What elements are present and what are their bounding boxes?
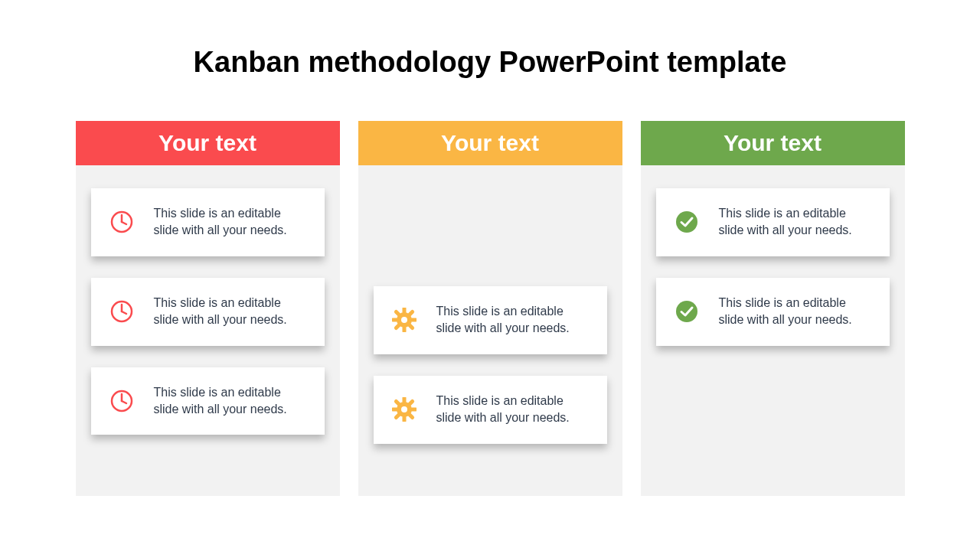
svg-line-5 [122,311,126,314]
card-text: This slide is an editable slide with all… [154,205,309,240]
clock-icon [106,210,137,234]
column-spacer [374,188,607,265]
svg-line-2 [122,222,126,224]
card-text: This slide is an editable slide with all… [154,384,309,419]
card-text: This slide is an editable slide with all… [719,295,874,329]
kanban-column-doing: Your text This slide is an editable slid… [358,121,622,496]
svg-line-20 [410,415,413,418]
kanban-column-todo: Your text This slide is an editable slid… [76,121,340,496]
clock-icon [106,389,137,413]
column-header-label: Your text [158,130,256,156]
svg-line-26 [410,402,413,405]
slide-title: Kanban methodology PowerPoint template [69,46,911,79]
check-icon [671,299,702,324]
svg-line-14 [396,312,399,315]
check-icon [671,210,702,234]
svg-point-18 [401,317,407,323]
column-body: This slide is an editable slide with all… [641,165,905,361]
kanban-card[interactable]: This slide is an editable slide with all… [91,188,325,256]
column-header: Your text [358,121,622,165]
slide: Kanban methodology PowerPoint template Y… [0,0,980,551]
svg-line-16 [410,312,413,315]
kanban-column-done: Your text This slide is an editable slid… [641,121,905,496]
card-text: This slide is an editable slide with all… [436,393,592,427]
kanban-card[interactable]: This slide is an editable slide with all… [656,278,890,346]
svg-point-29 [676,211,697,233]
column-header-label: Your text [724,130,822,156]
svg-line-22 [396,415,399,418]
svg-line-10 [410,325,413,328]
gear-icon [389,308,420,332]
svg-point-30 [676,301,697,322]
clock-icon [106,299,137,324]
svg-line-8 [122,401,126,403]
svg-line-12 [396,325,399,328]
kanban-card[interactable]: This slide is an editable slide with all… [374,376,607,444]
gear-icon [389,397,420,422]
kanban-columns: Your text This slide is an editable slid… [69,121,911,496]
column-header-label: Your text [441,130,539,156]
column-body: This slide is an editable slide with all… [358,165,622,459]
svg-line-24 [396,402,399,405]
card-text: This slide is an editable slide with all… [436,303,592,337]
card-text: This slide is an editable slide with all… [719,205,874,240]
column-header: Your text [641,121,905,165]
card-text: This slide is an editable slide with all… [154,295,309,329]
svg-point-28 [401,406,407,412]
kanban-card[interactable]: This slide is an editable slide with all… [91,367,325,435]
kanban-card[interactable]: This slide is an editable slide with all… [656,188,890,256]
column-body: This slide is an editable slide with all… [76,165,340,450]
column-header: Your text [76,121,340,165]
kanban-card[interactable]: This slide is an editable slide with all… [374,286,607,354]
kanban-card[interactable]: This slide is an editable slide with all… [91,278,325,346]
